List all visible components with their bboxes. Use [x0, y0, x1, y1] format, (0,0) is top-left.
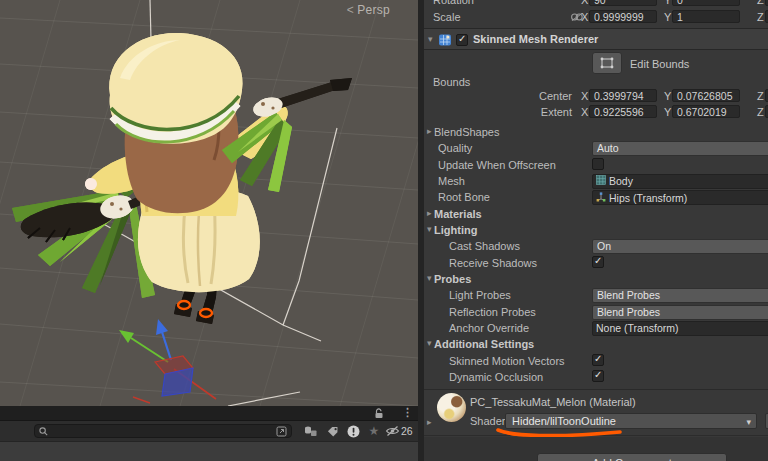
- rotation-row: Rotation X 90 Y 0 Z: [424, 0, 768, 8]
- center-y-field[interactable]: 0.07626805: [672, 89, 740, 102]
- property-label: Lighting: [434, 224, 477, 236]
- object-field[interactable]: Body: [592, 174, 768, 189]
- skinned-mesh-renderer-header[interactable]: ▾ ✓ Skinned Mesh Renderer: [424, 28, 768, 50]
- foldout-closed-icon[interactable]: ▸: [427, 126, 432, 136]
- hidden-objects-eye-icon[interactable]: [384, 424, 400, 438]
- rotation-y-field[interactable]: 0: [672, 0, 740, 6]
- property-label: Quality: [438, 142, 472, 154]
- scale-y-field[interactable]: 1: [672, 10, 740, 23]
- axis-z-label: Z: [757, 106, 764, 118]
- skinned-mesh-renderer-icon: [438, 33, 452, 49]
- edit-bounds-label: Edit Bounds: [630, 58, 689, 70]
- property-rows: ▸BlendShapesQualityAutoUpdate When Offsc…: [424, 124, 768, 385]
- property-row[interactable]: Root BoneHips (Transform): [424, 189, 768, 205]
- foldout-open-icon[interactable]: ▾: [427, 273, 432, 283]
- dropdown-field[interactable]: Auto: [592, 141, 768, 156]
- extent-label: Extent: [524, 106, 572, 118]
- foldout-open-icon[interactable]: ▾: [428, 34, 433, 44]
- rotation-label: Rotation: [433, 0, 474, 6]
- axis-z-label: Z: [757, 0, 764, 6]
- property-row[interactable]: ▾Lighting: [424, 222, 768, 238]
- property-label: Anchor Override: [449, 322, 529, 334]
- foldout-open-icon[interactable]: ▾: [427, 338, 432, 348]
- favorites-star-icon[interactable]: ★: [366, 424, 382, 438]
- open-picker-icon[interactable]: [276, 426, 287, 437]
- checkbox[interactable]: [592, 158, 604, 170]
- component-title: Skinned Mesh Renderer: [473, 33, 598, 45]
- edit-bounds-icon: [599, 57, 615, 69]
- scale-x-field[interactable]: 0.9999999: [589, 10, 657, 23]
- foldout-closed-icon[interactable]: ▸: [427, 417, 432, 427]
- search-input[interactable]: [34, 424, 292, 438]
- axis-x-label: X: [581, 0, 588, 6]
- edit-bounds-button[interactable]: [592, 52, 622, 74]
- checkbox[interactable]: ✓: [592, 256, 604, 268]
- shader-dropdown[interactable]: Hidden/lilToonOutline ▾: [505, 413, 757, 429]
- search-icon: [39, 427, 48, 436]
- bottom-panel: ⋮ ★ 26: [0, 406, 418, 461]
- chevron-left-icon: <: [347, 3, 354, 17]
- property-row[interactable]: ▾Additional Settings: [424, 336, 768, 352]
- property-row[interactable]: ▾Probes: [424, 271, 768, 287]
- axis-z-label: Z: [757, 11, 764, 23]
- axis-z-label: Z: [757, 90, 764, 102]
- lock-icon[interactable]: [374, 408, 384, 421]
- property-row[interactable]: Receive Shadows✓: [424, 255, 768, 271]
- bounds-extent-row: Extent X 0.9225596 Y 0.6702019 Z: [424, 104, 768, 120]
- add-component-button[interactable]: Add Component: [537, 453, 727, 461]
- checkbox[interactable]: ✓: [592, 354, 604, 366]
- axis-x-label: X: [581, 106, 588, 118]
- move-gizmo[interactable]: [119, 319, 216, 403]
- checkbox[interactable]: ✓: [592, 370, 604, 382]
- property-label: Cast Shadows: [449, 240, 520, 252]
- dropdown-field[interactable]: On: [592, 239, 768, 254]
- property-row[interactable]: Light ProbesBlend Probes: [424, 287, 768, 303]
- property-row[interactable]: Dynamic Occlusion✓: [424, 369, 768, 385]
- character-model: [12, 33, 352, 324]
- property-label: Light Probes: [449, 289, 511, 301]
- hidden-count: 26: [401, 425, 413, 437]
- property-row[interactable]: Update When Offscreen: [424, 157, 768, 173]
- extent-y-field[interactable]: 0.6702019: [672, 105, 740, 118]
- axis-x-label: X: [581, 11, 588, 23]
- property-label: Skinned Motion Vectors: [449, 355, 565, 367]
- filter-by-label-icon[interactable]: [325, 424, 341, 438]
- axis-y-label: Y: [664, 106, 671, 118]
- component-enabled-checkbox[interactable]: ✓: [456, 34, 468, 46]
- property-label: Probes: [434, 273, 471, 285]
- chevron-down-icon: ▾: [746, 415, 751, 429]
- extent-x-field[interactable]: 0.9225596: [589, 105, 657, 118]
- foldout-closed-icon[interactable]: ▸: [427, 208, 432, 218]
- property-row[interactable]: ▸Materials: [424, 206, 768, 222]
- scene-view[interactable]: <Persp: [0, 0, 418, 406]
- more-options-icon[interactable]: ⋮: [402, 406, 413, 419]
- property-row[interactable]: QualityAuto: [424, 140, 768, 156]
- search-field[interactable]: [51, 425, 251, 438]
- object-field[interactable]: Hips (Transform): [592, 190, 768, 205]
- foldout-open-icon[interactable]: ▾: [427, 224, 432, 234]
- dropdown-field[interactable]: Blend Probes: [592, 305, 768, 320]
- material-block: ▸ PC_TessakuMat_Melon (Material) Shader …: [424, 389, 768, 436]
- scale-row: Scale X 0.9999999 Y 1 Z: [424, 9, 768, 25]
- property-row[interactable]: MeshBody: [424, 173, 768, 189]
- center-x-field[interactable]: 0.3999794: [589, 89, 657, 102]
- property-row[interactable]: Reflection ProbesBlend Probes: [424, 304, 768, 320]
- rotation-x-field[interactable]: 90: [589, 0, 657, 6]
- dropdown-field[interactable]: Blend Probes: [592, 288, 768, 303]
- bounds-center-row: Center X 0.3999794 Y 0.07626805 Z: [424, 88, 768, 104]
- scene-canvas: [0, 0, 418, 406]
- property-label: Dynamic Occlusion: [449, 371, 543, 383]
- axis-y-label: Y: [664, 90, 671, 102]
- property-row[interactable]: Skinned Motion Vectors✓: [424, 353, 768, 369]
- axis-y-label: Y: [664, 11, 671, 23]
- scene-gizmo-persp-label[interactable]: <Persp: [347, 3, 390, 17]
- filter-by-type-icon[interactable]: [302, 424, 318, 438]
- object-field[interactable]: None (Transform): [592, 321, 768, 336]
- property-label: Update When Offscreen: [438, 159, 556, 171]
- property-row[interactable]: Anchor OverrideNone (Transform): [424, 320, 768, 336]
- property-row[interactable]: Cast ShadowsOn: [424, 238, 768, 254]
- property-row[interactable]: ▸BlendShapes: [424, 124, 768, 140]
- shader-label: Shader: [470, 415, 505, 427]
- console-warning-icon[interactable]: [345, 424, 361, 438]
- property-label: Additional Settings: [434, 338, 534, 350]
